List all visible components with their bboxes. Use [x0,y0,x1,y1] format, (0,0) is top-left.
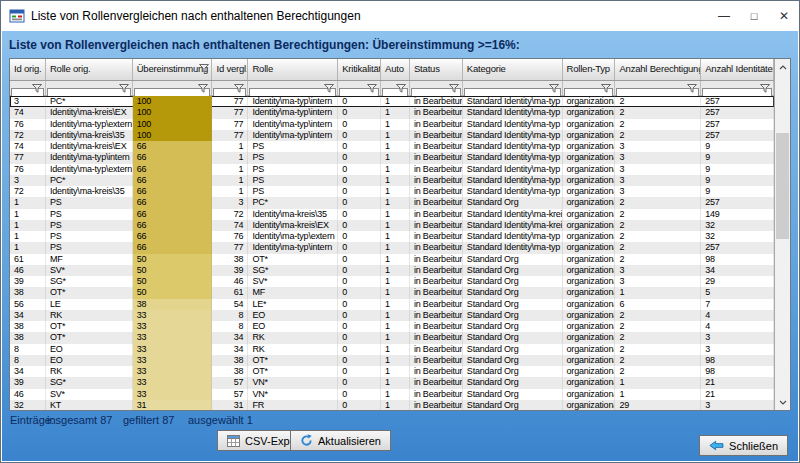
table-row[interactable]: 8EO3334RK01in BearbeitungStandard Orgorg… [10,344,774,355]
cell-id-orig: 3 [10,175,46,186]
table-row[interactable]: 38OT*3334RK01in BearbeitungStandard Orgo… [10,332,774,343]
cell-kritikalit-t: 0 [338,130,381,141]
filter-funnel-icon[interactable] [119,84,129,93]
cell-id-orig: 8 [10,344,46,355]
scrollbar-thumb[interactable] [776,133,789,239]
table-row[interactable]: 39SG*3357VN*01in BearbeitungStandard Org… [10,377,774,388]
table-row[interactable]: 74Identity\ma-kreis\EX10077Identity\ma-t… [10,107,774,118]
cell-auto: 1 [381,141,410,152]
cell-kritikalit-t: 0 [338,377,381,388]
cell-anzahl-berechtigungen: 2 [615,242,701,253]
filter-funnel-icon[interactable] [601,84,611,93]
column-header-id-vergl[interactable]: Id vergl. [212,59,248,80]
table-row[interactable]: 72Identity\ma-kreis\35661PS01in Bearbeit… [10,186,774,197]
table-row[interactable]: 38OT*5061MF01in BearbeitungStandard Orgo… [10,287,774,298]
scroll-down-button[interactable] [775,394,790,410]
column-header-bereinstimmung[interactable]: Übereinstimmung [133,59,213,80]
refresh-button[interactable]: Aktualisieren [290,430,391,451]
cell-status: in Bearbeitung [410,366,463,377]
table-row[interactable]: 76Identity\ma-typ\extern661PS01in Bearbe… [10,164,774,175]
close-dialog-button[interactable]: Schließen [699,435,788,456]
cell-bereinstimmung: 66 [133,152,213,163]
table-row[interactable]: 76Identity\ma-typ\extern10077Identity\ma… [10,119,774,130]
cell-rolle-orig: KT [46,400,133,410]
column-header-id-orig[interactable]: Id orig. [10,59,46,80]
cell-rollen-typ: organizational [563,287,616,298]
cell-anzahl-berechtigungen: 2 [615,220,701,231]
cell-rolle-orig: LE [46,299,133,310]
cell-id-vergl: 76 [212,231,248,242]
filter-funnel-icon[interactable] [198,84,208,93]
cell-id-orig: 38 [10,321,46,332]
cell-kritikalit-t: 0 [338,366,381,377]
table-row[interactable]: 46SV*5039SG*01in BearbeitungStandard Org… [10,265,774,276]
cell-rolle: VN* [248,377,338,388]
table-row[interactable]: 34RK338EO01in BearbeitungStandard Orgorg… [10,310,774,321]
cell-bereinstimmung: 33 [133,377,213,388]
cell-id-vergl: 3 [212,197,248,208]
table-row[interactable]: 61MF5038OT*01in BearbeitungStandard Orgo… [10,254,774,265]
cell-kritikalit-t: 0 [338,287,381,298]
cell-id-orig: 74 [10,107,46,118]
table-row[interactable]: 3PC*661PS01in BearbeitungStandard Identi… [10,175,774,186]
table-row[interactable]: 72Identity\ma-kreis\3510077Identity\ma-t… [10,130,774,141]
table-row[interactable]: 38OT*338EO01in BearbeitungStandard Orgor… [10,321,774,332]
filter-funnel-icon[interactable] [549,84,559,93]
table-row[interactable]: 56LE3854LE*01in BearbeitungStandard Orgo… [10,299,774,310]
filter-funnel-icon[interactable] [760,84,770,93]
cell-kategorie: Standard Org [463,197,563,208]
filter-funnel-icon[interactable] [367,84,377,93]
table-row[interactable]: 1PS6672Identity\ma-kreis\3501in Bearbeit… [10,209,774,220]
vertical-scrollbar[interactable] [774,59,790,410]
cell-kritikalit-t: 0 [338,299,381,310]
filter-funnel-icon[interactable] [449,84,459,93]
column-header-auto[interactable]: Auto [381,59,410,80]
table-row[interactable]: 77Identity\ma-typ\intern661PS01in Bearbe… [10,152,774,163]
filter-funnel-icon[interactable] [687,84,697,93]
column-header-rolle[interactable]: Rolle [248,59,338,80]
cell-bereinstimmung: 33 [133,310,213,321]
filter-funnel-icon[interactable] [396,84,406,93]
cell-rollen-typ: organizational [563,130,616,141]
cell-id-orig: 1 [10,220,46,231]
filter-cell-rolle [248,81,338,95]
cell-anzahl-identit-ten: 4 [701,321,774,332]
column-header-anzahl-identit-ten[interactable]: Anzahl Identitäten [701,59,774,80]
column-header-rollen-typ[interactable]: Rollen-Typ [563,59,616,80]
table-row[interactable]: 46SV*3357VN*01in BearbeitungStandard Org… [10,389,774,400]
filter-funnel-icon[interactable] [32,84,42,93]
column-header-rolle-orig[interactable]: Rolle orig. [46,59,133,80]
column-header-anzahl-berechtigungen[interactable]: Anzahl Berechtigungen [615,59,701,80]
column-header-status[interactable]: Status [410,59,463,80]
table-row[interactable]: 39SG*5046SV*01in BearbeitungStandard Org… [10,276,774,287]
column-header-kritikalit-t[interactable]: Kritikalität [338,59,381,80]
cell-id-vergl: 1 [212,175,248,186]
scroll-up-button[interactable] [775,59,790,75]
cell-rollen-typ: organizational [563,209,616,220]
close-button[interactable]: ✕ [769,1,799,31]
cell-rolle: Identity\ma-typ\extern [248,231,338,242]
cell-kritikalit-t: 0 [338,107,381,118]
filter-funnel-icon[interactable] [234,84,244,93]
minimize-button[interactable]: — [709,1,739,31]
cell-rollen-typ: organizational [563,366,616,377]
filter-funnel-icon[interactable] [324,84,334,93]
table-row[interactable]: 1PS663PC*01in BearbeitungStandard Orgorg… [10,197,774,208]
cell-kritikalit-t: 0 [338,186,381,197]
table-row[interactable]: 1PS6674Identity\ma-kreis\EX01in Bearbeit… [10,220,774,231]
table-row[interactable]: 32KT3131FR01in BearbeitungStandard Orgor… [10,400,774,410]
cell-kritikalit-t: 0 [338,141,381,152]
cell-rollen-typ: organizational [563,186,616,197]
table-row[interactable]: 8EO3338OT*01in BearbeitungStandard Orgor… [10,355,774,366]
table-row[interactable]: 3PC*10077Identity\ma-typ\intern01in Bear… [10,96,774,107]
column-header-kategorie[interactable]: Kategorie [463,59,563,80]
cell-id-vergl: 38 [212,254,248,265]
cell-anzahl-identit-ten: 3 [701,344,774,355]
grid-header: Id orig.Rolle orig.ÜbereinstimmungId ver… [10,59,774,81]
table-row[interactable]: 74Identity\ma-kreis\EX661PS01in Bearbeit… [10,141,774,152]
table-row[interactable]: 1PS6676Identity\ma-typ\extern01in Bearbe… [10,231,774,242]
maximize-button[interactable]: □ [739,1,769,31]
table-row[interactable]: 1PS6677Identity\ma-typ\intern01in Bearbe… [10,242,774,253]
cell-anzahl-berechtigungen: 2 [615,107,701,118]
table-row[interactable]: 34RK3338OT*01in BearbeitungStandard Orgo… [10,366,774,377]
